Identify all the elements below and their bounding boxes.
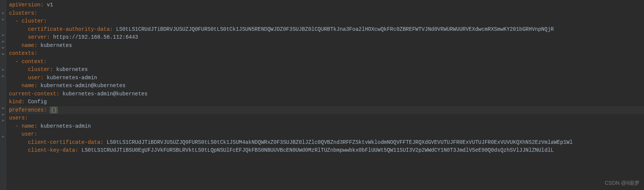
fold-open-icon[interactable] [1, 52, 5, 56]
yaml-key: user [22, 131, 34, 137]
code-line: - cluster: [9, 17, 644, 26]
yaml-key: name [22, 42, 34, 48]
code-line: preferences: {} [9, 106, 644, 115]
code-line: client-key-data: LS0tLS1CRUdJTiBSU0EgUFJ… [9, 146, 644, 155]
yaml-key: name [22, 123, 34, 129]
yaml-value: kubernetes-admin@kubernetes [37, 83, 126, 89]
yaml-key: contexts [9, 50, 34, 56]
fold-gutter [0, 0, 6, 190]
yaml-key: context [22, 59, 44, 65]
yaml-braces: {} [50, 107, 58, 113]
code-line: certificate-authority-data: LS0tLS1CRUdJ… [9, 26, 644, 34]
yaml-value: LS0tLS1CRUdJTiBSU0EgUFJJVkFURSBLRVktLS0t… [78, 147, 554, 153]
yaml-value: kubernetes [37, 42, 72, 48]
yaml-value: kubernetes-admin@kubernetes [59, 91, 147, 97]
yaml-value: https://192.168.56.112:6443 [50, 34, 138, 40]
fold-open-icon[interactable] [1, 45, 5, 50]
code-line: user: [9, 130, 644, 139]
yaml-key: users [9, 115, 25, 121]
yaml-dash: - [15, 59, 22, 65]
yaml-key: server [28, 34, 46, 40]
yaml-key: cluster [22, 18, 44, 24]
yaml-key: client-key-data [28, 147, 75, 153]
code-line: contexts: [9, 50, 644, 58]
code-line: name: kubernetes [9, 42, 644, 50]
yaml-value: Config [25, 99, 47, 105]
yaml-key: current-context [9, 91, 56, 97]
yaml-value: v1 [43, 2, 53, 8]
yaml-key: certificate-authority-data [28, 26, 109, 32]
code-line: users: [9, 114, 644, 122]
yaml-key: preferences [9, 107, 43, 113]
code-line: current-context: kubernetes-admin@kubern… [9, 90, 644, 98]
yaml-value: LS0tLS1CRUdJTiBDRVJUSUZJQ0FURS0tLS0tCk1J… [103, 139, 573, 145]
yaml-key: user [28, 75, 40, 81]
yaml-value: LS0tLS1CRUdJTiBDRVJUSUZJQ0FURS0tLS0tCk1J… [113, 26, 554, 32]
code-editor: apiVersion: v1clusters: - cluster: certi… [0, 0, 644, 190]
fold-close-icon[interactable] [1, 134, 5, 139]
yaml-value: kubernetes [53, 66, 88, 72]
fold-close-icon[interactable] [1, 74, 5, 78]
yaml-key: client-certificate-data [28, 139, 100, 145]
yaml-dash: - [15, 123, 22, 129]
fold-open-icon[interactable] [1, 11, 5, 15]
code-line: kind: Config [9, 98, 644, 106]
code-line: name: kubernetes-admin@kubernetes [9, 82, 644, 90]
fold-open-icon[interactable] [1, 106, 5, 110]
fold-close-icon[interactable] [1, 33, 5, 38]
watermark: CSDN @it噩梦 [605, 179, 640, 187]
fold-close-icon[interactable] [1, 68, 5, 72]
yaml-key: cluster [28, 66, 50, 72]
fold-open-icon[interactable] [1, 112, 5, 117]
yaml-dash: - [15, 18, 22, 24]
code-line: - context: [9, 58, 644, 66]
yaml-key: clusters [9, 10, 34, 16]
yaml-key: apiVersion [9, 2, 40, 8]
code-line: clusters: [9, 9, 644, 18]
code-line: apiVersion: v1 [9, 1, 644, 9]
code-line: cluster: kubernetes [9, 66, 644, 74]
yaml-value: kubernetes-admin [37, 123, 91, 129]
fold-close-icon[interactable] [1, 39, 5, 44]
code-line: server: https://192.168.56.112:6443 [9, 33, 644, 42]
code-line: - name: kubernetes-admin [9, 122, 644, 131]
code-line: client-certificate-data: LS0tLS1CRUdJTiB… [9, 139, 644, 147]
code-content[interactable]: apiVersion: v1clusters: - cluster: certi… [6, 0, 644, 190]
yaml-key: kind [9, 99, 22, 105]
code-line: user: kubernetes-admin [9, 74, 644, 82]
yaml-value: kubernetes-admin [43, 75, 97, 81]
fold-open-icon[interactable] [1, 118, 5, 123]
fold-open-icon[interactable] [1, 17, 5, 22]
yaml-key: name [22, 83, 34, 89]
